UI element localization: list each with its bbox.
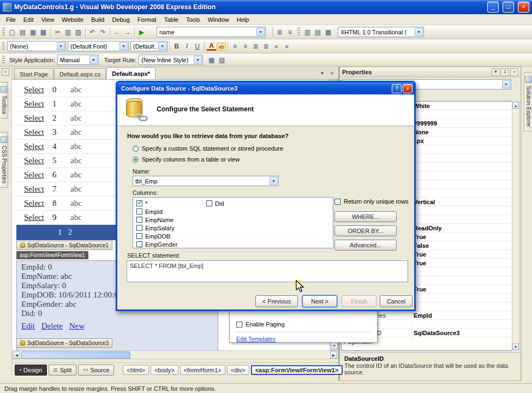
scroll-down-icon[interactable]: ▼ [512, 343, 519, 350]
scroll-thumb[interactable] [21, 352, 130, 359]
bullet-list-icon[interactable]: ≣ [250, 41, 261, 51]
doctype-combo-arrow[interactable]: ▼ [415, 28, 423, 36]
menu-help[interactable]: Help [233, 15, 253, 24]
where-button[interactable]: WHERE... [334, 211, 397, 222]
sidebar-tab-solution-explorer[interactable]: Solution Explorer [524, 72, 532, 132]
auto-hide-pin-icon[interactable]: ↧ [501, 68, 509, 76]
custom-sql-radio-label[interactable]: Specify a custom SQL statement or stored… [142, 145, 283, 152]
select-link[interactable]: Select [24, 128, 52, 137]
select-link[interactable]: Select [24, 213, 52, 222]
window-menu-icon[interactable]: ▼ [492, 68, 500, 76]
column-label[interactable]: EmpDOB [145, 233, 170, 240]
undo-icon[interactable]: ↶ [87, 27, 98, 37]
target-style-combo[interactable]: (None) ▼ [7, 41, 66, 51]
edit-link[interactable]: Edit [21, 321, 35, 330]
delete-link[interactable]: Delete [41, 321, 63, 330]
properties-scrollbar[interactable]: ▲ ▼ [512, 101, 519, 351]
comment-icon[interactable]: ≣ [274, 27, 285, 37]
column-empid-checkbox[interactable] [136, 209, 142, 215]
style-manager-icon[interactable]: ▧ [217, 55, 227, 65]
select-link[interactable]: Select [24, 99, 52, 109]
select-link[interactable]: Select [24, 114, 52, 123]
tab-start-page[interactable]: Start Page [14, 68, 53, 79]
select-link[interactable]: Select [24, 199, 52, 208]
custom-sql-radio[interactable] [133, 146, 139, 152]
close-document-icon[interactable]: × [328, 69, 336, 78]
start-debug-icon[interactable]: ▶ [136, 27, 147, 37]
menu-window[interactable]: Window [204, 15, 233, 24]
menu-file[interactable]: File [2, 15, 20, 24]
table-combo-arrow[interactable]: ▼ [270, 177, 278, 185]
toolbar-grip[interactable] [2, 56, 5, 64]
align-left-icon[interactable]: ≡ [230, 41, 240, 51]
table-name-combo[interactable]: tbl_Emp ▼ [133, 176, 279, 186]
split-view-button[interactable]: ◫ Split [49, 365, 76, 376]
scroll-left-icon[interactable]: ◀ [13, 352, 20, 359]
menu-table[interactable]: Table [160, 15, 182, 24]
column-label[interactable]: EmpName [145, 217, 174, 223]
target-rule-arrow[interactable]: ▼ [194, 56, 202, 64]
new-link[interactable]: New [69, 321, 85, 330]
toolbar-grip[interactable] [2, 42, 5, 51]
check-page-icon[interactable]: ▦ [323, 27, 333, 37]
menu-view[interactable]: View [38, 15, 58, 24]
close-button[interactable]: × [518, 2, 529, 13]
save-icon[interactable]: ▦ [28, 27, 38, 37]
target-rule-combo[interactable]: (New Inline Style) ▼ [139, 55, 203, 65]
bold-icon[interactable]: B [171, 41, 182, 51]
select-link[interactable]: Select [24, 170, 52, 180]
maximize-button[interactable]: □ [503, 2, 514, 13]
object-combo-arrow[interactable]: ▼ [502, 80, 510, 88]
tag-crumb-body[interactable]: <body> [151, 365, 178, 375]
paste-icon[interactable]: ▧ [73, 27, 83, 37]
dialog-title-bar[interactable]: Configure Data Source - SqlDataSource3 ?… [117, 82, 414, 94]
sidebar-tab-css-properties[interactable]: CSS Properties [0, 132, 8, 188]
column-empsalary-checkbox[interactable] [136, 225, 142, 231]
sidebar-tab-toolbox[interactable]: Toolbox [0, 82, 8, 118]
tab-default-aspx-cs[interactable]: Default.aspx.cs [54, 68, 106, 79]
column-empdob-checkbox[interactable] [136, 233, 142, 239]
style-combo-arrow[interactable]: ▼ [57, 42, 65, 50]
table-columns-radio-label[interactable]: Specify columns from a table or view [142, 156, 240, 163]
advanced-button[interactable]: Advanced... [334, 240, 397, 251]
size-combo-arrow[interactable]: ▼ [158, 42, 166, 50]
dialog-help-button[interactable]: ? [392, 84, 402, 93]
menu-edit[interactable]: Edit [20, 15, 38, 24]
formview-tag-label[interactable]: asp:FormView#FormView1 [16, 251, 88, 259]
column-label[interactable]: Did [215, 200, 224, 207]
toolbar-grip[interactable] [2, 28, 5, 37]
copy-icon[interactable]: ▥ [63, 27, 73, 37]
sqldatasource3-control[interactable]: SqlDataSource - SqlDataSource3 [16, 338, 112, 348]
tab-default-aspx[interactable]: Default.aspx* [106, 67, 156, 79]
select-link[interactable]: Select [24, 85, 52, 94]
outdent-icon[interactable]: « [271, 41, 282, 51]
numbered-list-icon[interactable]: ≣ [261, 41, 271, 51]
next-button[interactable]: Next > [302, 295, 337, 307]
select-statement-box[interactable]: SELECT * FROM [tbl_Emp] [127, 260, 408, 282]
column-star-checkbox[interactable] [136, 200, 142, 206]
tag-crumb-formview[interactable]: <asp:FormView#FormView1> [251, 365, 343, 375]
menu-debug[interactable]: Debug [108, 15, 133, 24]
underline-icon[interactable]: U [192, 41, 202, 51]
select-link[interactable]: Select [24, 184, 52, 194]
font-color-icon[interactable]: A [206, 42, 217, 51]
column-label[interactable]: EmpId [145, 209, 163, 215]
member-combo[interactable]: name ▼ [157, 27, 266, 37]
editor-horizontal-scrollbar[interactable]: ◀ ▶ [12, 350, 338, 359]
menu-format[interactable]: Format [134, 15, 160, 24]
tag-crumb-html[interactable]: <html> [123, 365, 149, 375]
cancel-button[interactable]: Cancel [380, 295, 413, 307]
column-label[interactable]: EmpGender [145, 241, 177, 248]
document-list-icon[interactable]: ▼ [318, 69, 326, 78]
order-by-button[interactable]: ORDER BY... [334, 225, 397, 236]
scroll-up-icon[interactable]: ▲ [512, 102, 519, 109]
unique-rows-checkbox[interactable] [334, 199, 340, 205]
column-label[interactable]: * [145, 200, 147, 207]
gridview-pager[interactable]: 1 2 [16, 225, 116, 240]
column-did-checkbox[interactable] [206, 200, 212, 206]
gridview-control[interactable]: Select0abc Select1abc Select2abc Select3… [16, 83, 116, 240]
tag-crumb-form[interactable]: <form#form1> [180, 365, 225, 375]
browser-icon[interactable]: ▤ [313, 27, 323, 37]
new-file-icon[interactable]: ▢ [7, 27, 17, 37]
align-center-icon[interactable]: ≡ [240, 41, 250, 51]
